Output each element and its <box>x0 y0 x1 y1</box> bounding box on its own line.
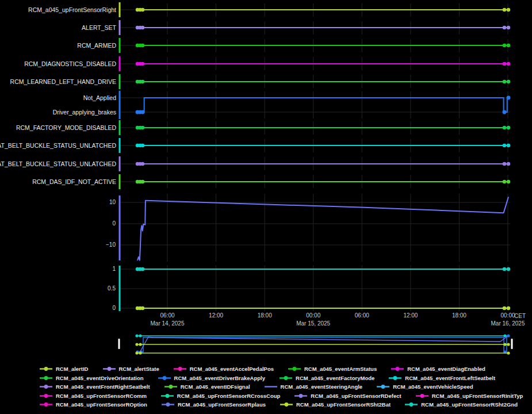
rangeslider-marker <box>135 351 138 354</box>
legend-item[interactable]: RCM_a045_upFrontSensorRDefect <box>294 393 401 399</box>
ytick-label: 0 <box>112 305 116 312</box>
y-axis-bar <box>119 120 121 135</box>
xtick-label: 12:00 <box>403 312 418 319</box>
trace-marker-RCM_a045_eventFactoryMode <box>507 126 510 129</box>
legend-item[interactable]: RCM_a045_eventFactoryMode <box>279 375 374 381</box>
xtick-label: 06:00Mar 14, 2025 <box>151 312 185 327</box>
legend-label: RCM_a045_eventFrontRightSeatbelt <box>56 384 150 390</box>
legend-item[interactable]: RCM_a045_upFrontSensorRplaus <box>161 401 266 408</box>
xtick-time: 06:00 <box>151 312 185 319</box>
trace-marker-RCM_alertID <box>141 8 144 12</box>
xtick-date: Mar 14, 2025 <box>151 320 185 327</box>
trace-marker-RCM_a045_eventDiagEnabled <box>503 62 506 66</box>
legend-marker-icon <box>39 375 53 381</box>
rangeslider-handle-left[interactable] <box>118 339 120 349</box>
xtick-label: 18:00 <box>452 312 466 319</box>
legend-marker-icon <box>158 375 171 381</box>
legend-item[interactable]: RCM_a045_eventVehicleSpeed <box>376 384 473 390</box>
trace-marker-RCM_a045_eventIDFsignal <box>141 180 144 183</box>
trace-marker-RCM_a045_eventIDFsignal <box>503 180 506 183</box>
legend-label: RCM_a045_upFrontSensorRDefect <box>311 393 401 399</box>
legend-row: RCM_a045_eventDriveOrientationRCM_a045_e… <box>0 375 532 382</box>
legend-item[interactable]: RCM_a045_upFrontSensorRCrossCoup <box>160 393 280 399</box>
legend-item[interactable]: RCM_a045_eventSteeringAngle <box>264 384 363 390</box>
ytick-label: 0 <box>112 220 116 227</box>
legend-item[interactable]: RCM_alertState <box>102 366 159 372</box>
legend-label: RCM_a045_eventDriveOrientation <box>56 375 144 381</box>
legend-marker-icon <box>39 366 53 371</box>
legend-marker-icon <box>102 366 116 371</box>
rangeslider-marker <box>507 334 510 337</box>
trace-marker-RCM_a045_eventFactoryMode <box>503 126 506 129</box>
legend-label: RCM_a045_eventFrontLeftSeatbelt <box>405 375 495 381</box>
trace-marker-RCM_a045_upFrontSensorRSht2Bat <box>507 306 510 310</box>
trace-RCM_a045_eventDriverBrakeApply <box>137 98 508 112</box>
trace-marker-RCM_a045_eventDriveOrientation <box>507 80 510 83</box>
legend-marker-icon <box>39 393 53 398</box>
ytick-label: RCM_DAS_IDF_NOT_ACTIVE <box>32 178 116 185</box>
legend-item[interactable]: RCM_a045_eventDriveOrientation <box>39 375 144 381</box>
ytick-label: Not_Applied <box>83 94 116 101</box>
legend-label: RCM_a045_eventDriverBrakeApply <box>174 375 265 381</box>
legend-item[interactable]: RCM_a045_upFrontSensorRInitTyp <box>415 393 523 399</box>
legend-marker-icon <box>39 384 53 389</box>
legend-marker-icon <box>388 375 402 381</box>
legend-item[interactable]: RCM_a045_upFrontSensorRComm <box>39 393 147 399</box>
rangeslider-marker <box>139 334 141 337</box>
legend-marker-icon <box>39 402 53 407</box>
y-axis-bar <box>119 91 121 119</box>
ytick-label: RCM_LEARNED_LEFT_HAND_DRIVE <box>10 78 116 85</box>
ytick-label: RCM_a045_upFrontSensorRight <box>28 6 116 13</box>
xtick-time: 18:00 <box>452 312 466 319</box>
legend-marker-icon <box>279 375 293 381</box>
xtick-date: Mar 16, 2025 <box>491 320 525 327</box>
trace-marker-RCM_a045_eventFrontLeftSeatbelt <box>507 144 510 147</box>
y-axis-bar <box>119 266 121 311</box>
rangeslider-marker <box>507 343 510 346</box>
legend-item[interactable]: RCM_a045_eventArmStatus <box>288 366 377 372</box>
legend-row: RCM_a045_upFrontSensorROptionRCM_a045_up… <box>0 401 532 408</box>
trace-marker-RCM_alertState <box>503 26 506 29</box>
trace-RCM_a045_eventSteeringAngle <box>137 197 508 260</box>
ytick-label: SEAT_BELT_BUCKLE_STATUS_UNLATCHED <box>0 142 116 149</box>
legend-label: RCM_a045_upFrontSensorROption <box>56 401 147 408</box>
rangeslider-marker <box>503 343 506 346</box>
rangeslider-handle-right[interactable] <box>511 339 513 349</box>
trace-marker-RCM_alertState <box>141 26 144 29</box>
xtick-label: 12:00 <box>209 312 223 319</box>
ytick-label: RCM_ARMED <box>77 42 116 49</box>
legend-marker-icon <box>160 393 174 398</box>
legend-item[interactable]: RCM_a045_upFrontSensorRSht2Bat <box>280 401 391 408</box>
rangeslider-marker <box>503 334 506 337</box>
legend-marker-icon <box>294 393 308 398</box>
legend-marker-icon <box>164 384 178 389</box>
y-axis-bar <box>119 138 121 153</box>
legend-item[interactable]: RCM_a045_upFrontSensorRSht2Gnd <box>404 401 518 408</box>
xtick-label: 00:00Mar 15, 2025 <box>296 312 330 327</box>
legend-label: RCM_a045_eventVehicleSpeed <box>393 384 473 390</box>
legend-label: RCM_alertState <box>119 366 159 372</box>
trace-marker-RCM_a045_eventDriverBrakeApply <box>141 110 145 114</box>
trace-marker-RCM_a045_upFrontSensorRSht2Gnd <box>507 267 510 271</box>
legend-row: RCM_alertIDRCM_alertStateRCM_a045_eventA… <box>0 366 532 373</box>
trace-marker-RCM_a045_upFrontSensorRSht2Gnd <box>141 267 144 271</box>
legend-item[interactable]: RCM_a045_upFrontSensorROption <box>39 401 147 408</box>
xtick-time: 12:00 <box>403 312 418 319</box>
y-axis-bar <box>119 74 121 89</box>
trace-marker-RCM_a045_eventDiagEnabled <box>141 62 144 66</box>
legend-item[interactable]: RCM_a045_eventDriverBrakeApply <box>158 375 265 381</box>
legend-item[interactable]: RCM_a045_eventFrontLeftSeatbelt <box>388 375 495 381</box>
trace-marker-RCM_a045_eventDriveOrientation <box>503 80 506 83</box>
legend: RCM_alertIDRCM_alertStateRCM_a045_eventA… <box>0 366 532 411</box>
trace-marker-RCM_a045_eventDiagEnabled <box>507 62 510 66</box>
timezone-label: CET <box>514 313 526 319</box>
trace-marker-RCM_a045_eventFrontLeftSeatbelt <box>141 144 144 147</box>
legend-marker-icon <box>415 393 429 398</box>
legend-item[interactable]: RCM_a045_eventAccelPedalPos <box>173 366 274 372</box>
legend-item[interactable]: RCM_alertID <box>39 366 89 372</box>
xtick-time: 06:00 <box>355 312 369 319</box>
legend-item[interactable]: RCM_a045_eventDiagEnabled <box>391 366 485 372</box>
legend-item[interactable]: RCM_a045_eventIDFsignal <box>164 384 250 390</box>
legend-item[interactable]: RCM_a045_eventFrontRightSeatbelt <box>39 384 150 390</box>
ytick-label: SEAT_BELT_BUCKLE_STATUS_UNLATCHED <box>0 160 116 167</box>
